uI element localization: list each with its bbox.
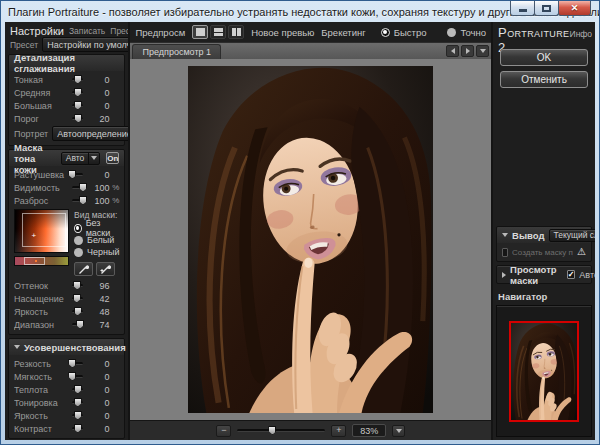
mask-view-option[interactable]: Белый xyxy=(74,234,119,246)
slider-label: Тонировка xyxy=(14,398,70,408)
slider-track[interactable] xyxy=(72,104,83,107)
slider-thumb[interactable] xyxy=(74,101,82,110)
slider-thumb[interactable] xyxy=(73,294,81,303)
zoom-in-button[interactable]: + xyxy=(331,425,346,437)
slider-track[interactable] xyxy=(72,91,83,94)
slider-thumb[interactable] xyxy=(73,281,81,290)
smoothing-header[interactable]: Детализация сглаживания xyxy=(9,55,124,71)
fast-radio[interactable]: Быстро xyxy=(381,27,427,38)
tab-menu-button[interactable] xyxy=(476,45,489,57)
skin-mask-header[interactable]: Маска тона кожи Авто On xyxy=(9,150,124,166)
vertical-split-button[interactable] xyxy=(228,25,244,39)
mask-view-radios: Без маскиБелыйЧерный xyxy=(74,222,119,258)
slider-thumb[interactable] xyxy=(74,398,82,407)
ok-button[interactable]: OK xyxy=(500,49,588,66)
zoom-bar: − + 83% xyxy=(130,420,491,440)
zoom-menu-button[interactable] xyxy=(392,425,405,437)
slider-track[interactable] xyxy=(72,388,83,391)
slider-track[interactable] xyxy=(72,427,83,430)
skin-mask-on-button[interactable]: On xyxy=(106,152,119,164)
navigator-panel[interactable] xyxy=(496,305,592,437)
slider-track[interactable] xyxy=(72,186,83,189)
transparency-mask-checkbox[interactable] xyxy=(502,248,508,257)
mask-view-option[interactable]: Без маски xyxy=(74,222,119,234)
slider-track[interactable] xyxy=(72,375,83,378)
slider-thumb[interactable] xyxy=(74,411,82,420)
info-link[interactable]: Инфо xyxy=(570,29,593,39)
preview-image[interactable] xyxy=(188,66,433,413)
skin-mask-mode-dropdown[interactable]: Авто xyxy=(61,152,101,165)
zoom-slider[interactable] xyxy=(237,429,325,432)
eyedropper-button[interactable] xyxy=(74,262,93,276)
output-dropdown[interactable]: Текущий слой xyxy=(549,229,596,242)
minimize-button[interactable] xyxy=(510,1,535,16)
portrait-label: Портрет xyxy=(14,129,48,139)
single-view-button[interactable] xyxy=(192,25,208,39)
slider-row: Насыщение42 xyxy=(14,292,119,305)
zoom-level[interactable]: 83% xyxy=(352,424,386,437)
bracketing-button[interactable]: Брекетинг xyxy=(321,27,365,38)
preview-tab[interactable]: Предпросмотр 1 xyxy=(132,44,221,59)
slider-track[interactable] xyxy=(72,297,83,300)
hue-strip[interactable] xyxy=(14,256,69,266)
picker-gradients: + xyxy=(14,209,69,276)
collapse-icon[interactable] xyxy=(502,233,508,237)
tab-settings[interactable]: Настройки xyxy=(10,25,64,37)
mask-view-option[interactable]: Черный xyxy=(74,246,119,258)
portrait-value: Автоопределение xyxy=(53,129,128,139)
slider-track[interactable] xyxy=(72,173,83,176)
preset-value: Настройки по умолчанию xyxy=(43,40,128,50)
slider-thumb[interactable] xyxy=(74,424,82,433)
settings-header: Настройки Записать Пресеты ↶ ↷ xyxy=(8,25,125,37)
slider-thumb[interactable] xyxy=(74,385,82,394)
slider-track[interactable] xyxy=(72,199,83,202)
maximize-icon xyxy=(542,5,551,12)
presets-button[interactable]: Пресеты xyxy=(110,26,128,36)
enhancements-header[interactable]: Усовершенствования ✓ Маска On xyxy=(9,339,124,355)
portrait-dropdown[interactable]: Автоопределение xyxy=(52,126,128,141)
dropdown-arrow-box[interactable] xyxy=(88,153,99,164)
preset-dropdown[interactable]: Настройки по умолчанию xyxy=(42,37,128,52)
collapse-icon[interactable] xyxy=(14,345,20,349)
slider-track[interactable] xyxy=(72,284,83,287)
slider-thumb[interactable] xyxy=(74,88,82,97)
zoom-slider-thumb[interactable] xyxy=(268,426,276,435)
saturation-value-square[interactable]: + xyxy=(14,209,69,253)
slider-thumb[interactable] xyxy=(76,320,84,329)
navigator-thumbnail[interactable] xyxy=(509,321,579,422)
slider-track[interactable] xyxy=(72,78,83,81)
slider-thumb[interactable] xyxy=(74,114,82,123)
slider-track[interactable] xyxy=(72,401,83,404)
eyedropper-add-button[interactable] xyxy=(96,262,115,276)
new-preview-button[interactable]: Новое превью xyxy=(251,27,314,38)
expand-icon[interactable] xyxy=(502,272,506,278)
slider-row: Оттенок96 xyxy=(14,279,119,292)
save-preset-button[interactable]: Записать xyxy=(69,26,105,36)
slider-track[interactable] xyxy=(72,323,83,326)
preview-tab-label: Предпросмотр 1 xyxy=(142,47,211,57)
preview-area[interactable] xyxy=(130,59,491,420)
output-header[interactable]: Вывод Текущий слой xyxy=(497,227,591,243)
slider-thumb[interactable] xyxy=(74,75,82,84)
slider-thumb[interactable] xyxy=(74,307,82,316)
cancel-button[interactable]: Отменить xyxy=(500,71,588,88)
hue-tick xyxy=(35,260,37,262)
slider-track[interactable] xyxy=(72,414,83,417)
slider-label: Яркость xyxy=(14,411,70,421)
chevron-down-icon xyxy=(91,156,97,160)
horizontal-split-button[interactable] xyxy=(210,25,226,39)
preview-toolbar: Предпросм Новое превью Брекетинг Быстро … xyxy=(130,22,491,42)
auto-checkbox[interactable]: ✓ xyxy=(567,270,576,279)
mask-preview-header[interactable]: Просмотр маски ✓ Авто xyxy=(497,266,591,283)
maximize-button[interactable] xyxy=(534,1,559,16)
accurate-radio[interactable]: Точно xyxy=(447,27,486,38)
tab-next-button[interactable] xyxy=(461,45,474,57)
slider-track[interactable] xyxy=(72,117,83,120)
slider-track[interactable] xyxy=(72,362,83,365)
eyedropper-plus-icon xyxy=(100,264,111,275)
slider-track[interactable] xyxy=(72,310,83,313)
settings-panel: Настройки Записать Пресеты ↶ ↷ Пресет На… xyxy=(5,22,128,440)
tab-prev-button[interactable] xyxy=(446,45,459,57)
close-button[interactable]: ✕ xyxy=(558,1,591,16)
zoom-out-button[interactable]: − xyxy=(216,425,231,437)
